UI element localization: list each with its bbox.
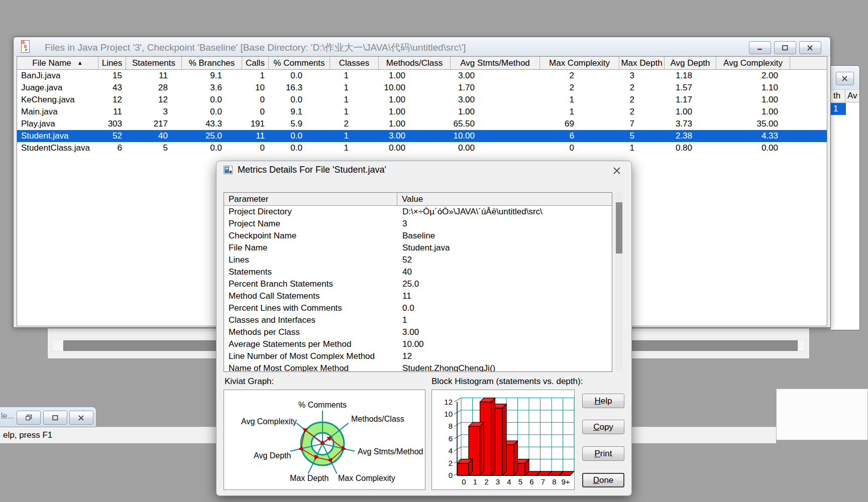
- file-cell: 16.3: [269, 82, 330, 94]
- file-row-BanJi.java[interactable]: BanJi.java15119.110.011.003.00231.182.00: [17, 70, 827, 82]
- print-button[interactable]: Print: [582, 446, 624, 461]
- file-cell: 9.1: [182, 70, 242, 82]
- column-header-partial[interactable]: th: [831, 90, 845, 102]
- column-header--branches[interactable]: % Branches: [182, 57, 242, 70]
- vertical-scrollbar-thumb[interactable]: [616, 202, 622, 254]
- file-cell: 0.0: [182, 94, 242, 106]
- column-header-label: Calls: [246, 58, 265, 68]
- file-cell: 0: [242, 94, 269, 106]
- histogram-panel: 0246810129+876543210: [431, 390, 575, 490]
- param-value: Student.ZhongChengJi(): [398, 362, 612, 372]
- file-cell: 9.1: [269, 106, 330, 118]
- column-header-file-name[interactable]: File Name▲: [17, 57, 98, 70]
- param-row[interactable]: Project DirectoryD:\×÷Òµ´óÒ»\JAVA\´úÂë\u…: [224, 206, 612, 218]
- file-cell: 6: [98, 142, 126, 154]
- maximize-icon: [52, 415, 58, 421]
- file-cell: 10.00: [451, 130, 540, 142]
- file-cell: 1.18: [665, 70, 716, 82]
- column-header-label: Methods/Class: [386, 58, 443, 68]
- column-header-avg-stmts-method[interactable]: Avg Stmts/Method: [451, 57, 540, 70]
- param-row[interactable]: Statements40: [224, 266, 612, 278]
- param-row[interactable]: Method Call Statements11: [224, 290, 612, 302]
- file-row-Play.java[interactable]: Play.java30321743.31915.921.0065.506973.…: [17, 118, 827, 130]
- close-button[interactable]: [799, 41, 821, 54]
- file-cell: 1: [330, 94, 379, 106]
- file-row-StudentClass.java[interactable]: StudentClass.java650.000.010.000.00010.8…: [17, 142, 827, 154]
- svg-text:12: 12: [444, 398, 453, 406]
- histogram-label: Block Histogram (statements vs. depth):: [431, 376, 583, 387]
- file-cell: 0.0: [182, 106, 242, 118]
- column-header-partial[interactable]: Av: [845, 90, 859, 102]
- copy-button[interactable]: Copy: [582, 420, 624, 434]
- file-row-KeCheng.java[interactable]: KeCheng.java12120.000.011.003.00121.171.…: [17, 94, 827, 106]
- param-row[interactable]: Name of Most Complex MethodStudent.Zhong…: [224, 362, 612, 372]
- file-cell: 1.70: [451, 82, 540, 94]
- param-row[interactable]: Project Name3: [224, 218, 612, 230]
- button-accelerator: D: [593, 475, 599, 485]
- column-header-calls[interactable]: Calls: [242, 57, 269, 70]
- svg-text:8: 8: [552, 477, 556, 486]
- minimize-button[interactable]: [749, 41, 771, 54]
- vertical-scrollbar[interactable]: [615, 192, 623, 372]
- column-header-statements[interactable]: Statements: [126, 57, 182, 70]
- column-header--comments[interactable]: % Comments: [269, 57, 330, 70]
- param-row[interactable]: Percent Branch Statements25.0: [224, 278, 612, 290]
- button-accelerator: C: [593, 422, 599, 432]
- param-row[interactable]: Methods per Class3.00: [224, 326, 612, 338]
- param-row[interactable]: Percent Lines with Comments0.0: [224, 302, 612, 314]
- param-name: Statements: [224, 266, 398, 278]
- file-cell: 4.33: [716, 130, 790, 142]
- peek-titlebar: [831, 66, 859, 90]
- help-button[interactable]: Help: [582, 394, 624, 408]
- column-header-label: Avg Complexity: [723, 58, 783, 68]
- file-cell: 217: [126, 118, 182, 130]
- file-cell: 5: [619, 130, 665, 142]
- file-cell: 1.00: [716, 106, 790, 118]
- file-cell: 1.00: [379, 106, 451, 118]
- value-column-header[interactable]: Value: [397, 193, 612, 205]
- maximize-button[interactable]: [774, 41, 796, 54]
- file-cell: 1.00: [716, 94, 790, 106]
- param-row[interactable]: File NameStudent.java: [224, 242, 612, 254]
- peek-close-button[interactable]: [836, 72, 854, 85]
- param-row[interactable]: Line Number of Most Complex Method12: [224, 350, 612, 362]
- dialog-titlebar[interactable]: Metrics Details For File 'Student.java': [216, 161, 631, 179]
- file-row-Student.java[interactable]: Student.java524025.0110.013.0010.00652.3…: [17, 130, 827, 142]
- file-cell: 3: [619, 70, 665, 82]
- file-row-Juage.java[interactable]: Juage.java43283.61016.3110.001.70221.571…: [17, 82, 827, 94]
- maximize-button[interactable]: [43, 411, 67, 425]
- param-list-header: ParameterValue: [224, 193, 612, 206]
- background-window-right: th Av 1: [831, 65, 860, 330]
- param-name: Classes and Interfaces: [224, 314, 398, 326]
- column-header-avg-depth[interactable]: Avg Depth: [665, 57, 716, 70]
- file-cell: 2: [619, 106, 665, 118]
- param-row[interactable]: Classes and Interfaces1: [224, 314, 612, 326]
- column-header-methods-class[interactable]: Methods/Class: [379, 57, 451, 70]
- metrics-details-icon: [224, 166, 233, 174]
- svg-text:6: 6: [529, 477, 533, 486]
- maximize-icon: [782, 45, 788, 51]
- column-header-avg-complexity[interactable]: Avg Complexity: [716, 57, 790, 70]
- dialog-close-button[interactable]: [609, 164, 624, 177]
- file-cell: 0.0: [182, 142, 242, 154]
- file-cell: BanJi.java: [17, 70, 98, 82]
- close-button[interactable]: [69, 411, 93, 425]
- parameter-column-header[interactable]: Parameter: [224, 193, 397, 205]
- svg-text:4: 4: [507, 477, 511, 486]
- svg-text:3: 3: [496, 477, 500, 486]
- status-text: elp, press F1: [3, 430, 52, 440]
- restore-button[interactable]: [17, 411, 41, 425]
- peek-selected-cell[interactable]: 1: [831, 103, 846, 115]
- window-title: Files in Java Project '3', Checkpoint 'B…: [45, 41, 466, 54]
- param-row[interactable]: Average Statements per Method10.00: [224, 338, 612, 350]
- param-row[interactable]: Checkpoint NameBaseline: [224, 230, 612, 242]
- param-row[interactable]: Lines52: [224, 254, 612, 266]
- done-button[interactable]: Done: [582, 473, 624, 487]
- titlebar[interactable]: C D F Files in Java Project '3', Checkpo…: [14, 37, 830, 56]
- column-header-max-depth[interactable]: Max Depth: [619, 57, 665, 70]
- column-header-lines[interactable]: Lines: [98, 57, 126, 70]
- mini-window-title: le...: [1, 412, 14, 421]
- column-header-classes[interactable]: Classes: [330, 57, 379, 70]
- column-header-max-complexity[interactable]: Max Complexity: [540, 57, 619, 70]
- file-row-Main.java[interactable]: Main.java1130.009.111.001.00121.001.00: [17, 106, 827, 118]
